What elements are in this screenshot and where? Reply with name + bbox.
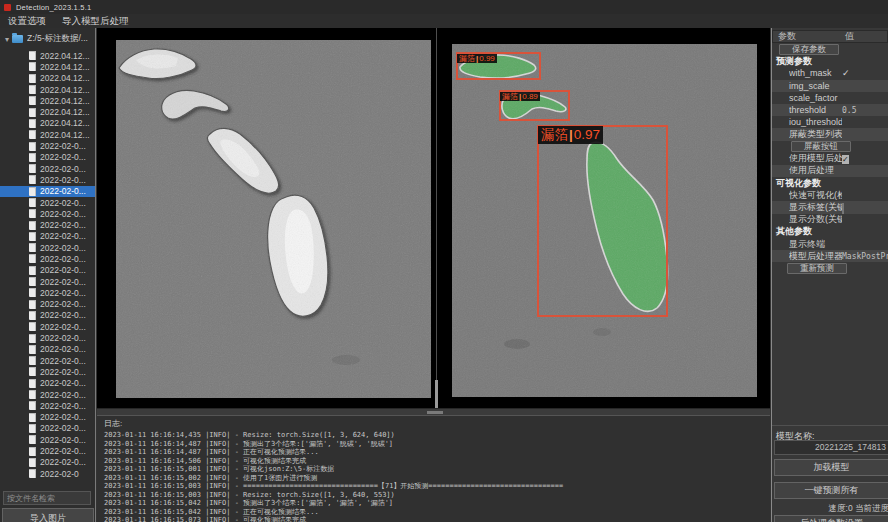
file-item[interactable]: 2022-02-0... <box>0 152 96 163</box>
file-item[interactable]: 2022-02-0... <box>0 310 96 321</box>
scrollbar-thumb[interactable] <box>427 411 443 414</box>
file-item[interactable]: 2022-02-0... <box>0 389 96 400</box>
param-table-header: 参数 值 <box>772 30 888 43</box>
file-icon <box>29 209 36 218</box>
file-icon <box>29 447 36 456</box>
file-icon <box>29 345 36 354</box>
postprocess-settings-button[interactable]: 后处理参数设置 <box>774 515 888 522</box>
file-item[interactable]: 2022-02-0... <box>0 366 96 377</box>
param-row-show-terminal[interactable]: 显示终端 <box>772 238 888 250</box>
file-item[interactable]: 2022.04.12... <box>0 95 96 106</box>
file-icon <box>29 74 36 83</box>
file-icon <box>29 119 36 128</box>
file-icon <box>29 164 36 173</box>
file-item[interactable]: 2022-02-0... <box>0 332 96 343</box>
file-item[interactable]: 2022-02-0... <box>0 423 96 434</box>
file-item[interactable]: 2022-02-0... <box>0 163 96 174</box>
param-row-block-list[interactable]: 屏蔽类型列表 <box>772 128 888 140</box>
file-item[interactable]: 2022-02-0... <box>0 140 96 151</box>
file-item[interactable]: 2022-02-0... <box>0 344 96 355</box>
param-row-show-label[interactable]: 显示标签(关键点) <box>772 201 888 213</box>
param-row-use-model-post[interactable]: 使用模型后处理 ✓ <box>772 153 888 165</box>
param-row-use-post[interactable]: 使用后处理 <box>772 165 888 177</box>
param-row-threshold[interactable]: threshold 0.5 <box>772 104 888 116</box>
file-item[interactable]: 2022-02-0... <box>0 321 96 332</box>
block-types-button[interactable]: 屏蔽按钮 <box>791 141 851 152</box>
file-item[interactable]: 2022-02-0... <box>0 242 96 253</box>
param-row-post-processor[interactable]: 模型后处理器 MaskPostPro <box>772 250 888 262</box>
load-model-button[interactable]: 加载模型 <box>774 459 888 476</box>
file-item[interactable]: 2022-02-0... <box>0 231 96 242</box>
checkbox-unchecked[interactable] <box>842 203 844 214</box>
param-row-with-mask[interactable]: with_mask ✓ <box>772 67 888 79</box>
file-item[interactable]: 2022-02-0... <box>0 174 96 185</box>
title-bar: Detection_2023.1.5.1 <box>0 0 888 14</box>
file-item[interactable]: 2022-02-0... <box>0 299 96 310</box>
file-icon <box>29 232 36 241</box>
detection-label-3: 漏箔|0.97 <box>538 126 603 144</box>
section-predict-params: 预测参数 <box>772 55 888 67</box>
model-name-field[interactable]: 20221225_174813 <box>774 440 888 455</box>
app-logo-icon <box>4 4 11 11</box>
param-row-block-button: 屏蔽按钮 <box>772 141 888 153</box>
file-icon <box>29 458 36 467</box>
file-item[interactable]: 2022-02-0... <box>0 186 96 197</box>
file-icon <box>29 153 36 162</box>
log-lines: 2023-01-11 16:16:14,435 |INFO| - Resize:… <box>104 431 770 522</box>
file-item[interactable]: 2022.04.12... <box>0 106 96 117</box>
file-item[interactable]: 2022-02-0... <box>0 355 96 366</box>
file-icon <box>29 51 36 60</box>
param-row-iou-threshold[interactable]: iou_threshold <box>772 116 888 128</box>
file-item[interactable]: 2022.04.12... <box>0 50 96 61</box>
file-item[interactable]: 2022-02-0... <box>0 434 96 445</box>
file-item[interactable]: 2022-02-0 <box>0 468 96 479</box>
file-item[interactable]: 2022-02-0... <box>0 265 96 276</box>
file-icon <box>29 424 36 433</box>
horizontal-scrollbar[interactable] <box>97 408 770 415</box>
file-icon <box>29 266 36 275</box>
filename-search-input[interactable] <box>3 491 91 505</box>
file-icon <box>29 390 36 399</box>
file-item[interactable]: 2022-02-0... <box>0 287 96 298</box>
file-item[interactable]: 2022.04.12... <box>0 129 96 140</box>
file-item[interactable]: 2022-02-0... <box>0 253 96 264</box>
detection-box-3[interactable] <box>537 125 668 317</box>
pane-splitter-handle[interactable] <box>435 380 438 408</box>
param-row-quick-vis[interactable]: 快速可视化(检测) <box>772 189 888 201</box>
param-row-scale-factor[interactable]: scale_factor <box>772 92 888 104</box>
file-item[interactable]: 2022-02-0... <box>0 378 96 389</box>
log-line: 2023-01-11 16:16:14,506 |INFO| - 可视化预测结果… <box>104 457 770 466</box>
import-image-button[interactable]: 导入图片 <box>2 508 94 522</box>
file-item[interactable]: 2022.04.12... <box>0 73 96 84</box>
file-item[interactable]: 2022-02-0... <box>0 445 96 456</box>
chevron-down-icon[interactable]: ▾ <box>5 35 9 44</box>
file-item[interactable]: 2022.04.12... <box>0 84 96 95</box>
param-row-img-scale[interactable]: img_scale <box>772 80 888 92</box>
checkbox-checked[interactable]: ✓ <box>842 155 849 164</box>
file-item[interactable]: 2022-02-0... <box>0 276 96 287</box>
repredict-button[interactable]: 重新预测 <box>787 263 847 274</box>
checkmark-icon[interactable]: ✓ <box>842 68 886 78</box>
file-icon <box>29 254 36 263</box>
menu-import-postprocess[interactable]: 导入模型后处理 <box>54 14 137 28</box>
file-item[interactable]: 2022.04.12... <box>0 61 96 72</box>
param-header-name: 参数 <box>773 30 845 43</box>
param-row-show-score[interactable]: 显示分数(关键点) <box>772 214 888 226</box>
predict-all-button[interactable]: 一键预测所有 <box>774 482 888 499</box>
file-item[interactable]: 2022.04.12... <box>0 118 96 129</box>
save-params-button[interactable]: 保存参数 <box>779 44 839 55</box>
file-item[interactable]: 2022-02-0... <box>0 400 96 411</box>
tree-root-label: Z:/5-标注数据/... <box>27 33 88 45</box>
file-item[interactable]: 2022-02-0... <box>0 457 96 468</box>
file-item[interactable]: 2022-02-0... <box>0 219 96 230</box>
file-item[interactable]: 2022-02-0... <box>0 412 96 423</box>
file-item[interactable]: 2022-02-0... <box>0 197 96 208</box>
file-icon <box>29 198 36 207</box>
tree-root-folder[interactable]: ▾ Z:/5-标注数据/... <box>0 31 95 47</box>
file-icon <box>29 469 36 478</box>
pane-splitter[interactable] <box>436 28 437 408</box>
file-item[interactable]: 2022-02-0... <box>0 208 96 219</box>
menu-settings[interactable]: 设置选项 <box>0 14 54 28</box>
file-icon <box>29 187 36 196</box>
raw-image-canvas[interactable] <box>116 40 431 398</box>
